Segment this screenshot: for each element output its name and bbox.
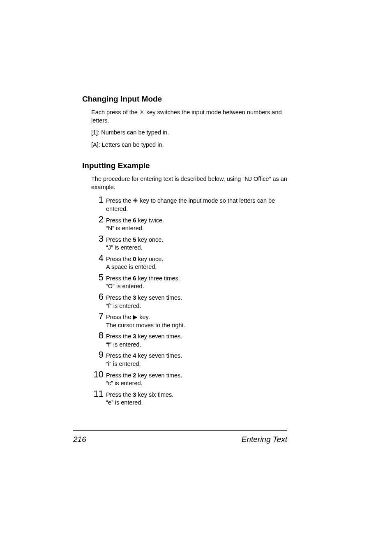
step-instruction: Press the 6 key twice. [106, 217, 164, 224]
step-instruction: Press the 2 key seven times. [106, 372, 182, 379]
step-instruction: Press the ▶ key. [106, 314, 150, 320]
step: 8Press the 3 key seven times.“f” is ente… [91, 331, 293, 349]
step-number: 1 [91, 195, 104, 204]
step-result: “e” is entered. [106, 399, 173, 407]
step-number: 6 [91, 292, 104, 301]
text-fragment: key seven times. [136, 372, 182, 379]
step-number: 9 [91, 350, 104, 359]
step-number: 5 [91, 273, 104, 282]
step: 5Press the 6 key three times.“O” is ente… [91, 273, 293, 291]
paragraph-mode-letters: [A]: Letters can be typed in. [91, 141, 293, 149]
step-result: The cursor moves to the right. [106, 321, 185, 330]
step-instruction: Press the 0 key once. [106, 256, 163, 262]
paragraph-example-intro: The procedure for entering text is descr… [91, 175, 293, 191]
step-number: 7 [91, 312, 104, 321]
text-fragment: key seven times. [136, 333, 182, 340]
text-fragment: key three times. [136, 275, 180, 282]
text-fragment: Press the [106, 294, 133, 301]
text-fragment: key seven times. [136, 294, 182, 301]
text-fragment: Press the [106, 197, 133, 204]
step-result: “O” is entered. [106, 282, 180, 291]
step-number: 4 [91, 254, 104, 263]
page: Changing Input Mode Each press of the ✳ … [0, 0, 392, 555]
text-fragment: key seven times. [136, 352, 182, 359]
text-fragment: Press the [106, 236, 133, 243]
text-fragment: key. [138, 314, 150, 320]
text-fragment: Press the [106, 391, 133, 398]
paragraph-input-mode-desc: Each press of the ✳ key switches the inp… [91, 109, 293, 125]
step-body: Press the 6 key twice.“N” is entered. [106, 215, 164, 233]
step-instruction: Press the 3 key seven times. [106, 294, 182, 301]
footer-divider [73, 430, 287, 431]
star-key-icon: ✳ [139, 109, 145, 116]
step-body: Press the 2 key seven times.“c” is enter… [106, 370, 182, 388]
step-number: 8 [91, 331, 104, 340]
step-number: 2 [91, 215, 104, 224]
step-number: 11 [91, 389, 104, 398]
step-body: Press the ✳ key to change the input mode… [106, 195, 287, 213]
step-body: Press the 3 key seven times.“f” is enter… [106, 331, 182, 349]
text-fragment: Press the [106, 256, 133, 262]
step: 6Press the 3 key seven times.“f” is ente… [91, 292, 293, 310]
step-body: Press the ▶ key.The cursor moves to the … [106, 312, 185, 329]
step: 4Press the 0 key once.A space is entered… [91, 254, 293, 271]
heading-inputting-example: Inputting Example [82, 161, 293, 170]
step-body: Press the 3 key six times.“e” is entered… [106, 389, 173, 407]
text-fragment: Each press of the [91, 109, 139, 116]
step-instruction: Press the 3 key seven times. [106, 333, 182, 340]
step-result: “N” is entered. [106, 224, 164, 233]
text-fragment: key six times. [136, 391, 173, 398]
step: 9Press the 4 key seven times.“i” is ente… [91, 350, 293, 368]
step-instruction: Press the 3 key six times. [106, 391, 173, 398]
step: 10Press the 2 key seven times.“c” is ent… [91, 370, 293, 388]
step-instruction: Press the ✳ key to change the input mode… [106, 197, 275, 212]
text-fragment: Press the [106, 372, 133, 379]
text-fragment: Press the [106, 217, 133, 224]
step-instruction: Press the 5 key once. [106, 236, 163, 243]
step-number: 10 [91, 370, 104, 379]
step-instruction: Press the 4 key seven times. [106, 352, 182, 359]
step-result: “c” is entered. [106, 379, 182, 388]
step-result: A space is entered. [106, 263, 163, 271]
heading-changing-input-mode: Changing Input Mode [82, 95, 293, 104]
step-body: Press the 5 key once.“J” is entered. [106, 234, 163, 252]
section-title: Entering Text [242, 435, 287, 444]
step-result: “f” is entered. [106, 302, 182, 310]
text-fragment: Press the [106, 333, 133, 340]
step-body: Press the 6 key three times.“O” is enter… [106, 273, 180, 291]
step-body: Press the 3 key seven times.“f” is enter… [106, 292, 182, 310]
step: 1Press the ✳ key to change the input mod… [91, 195, 293, 213]
text-fragment: Press the [106, 352, 133, 359]
step-instruction: Press the 6 key three times. [106, 275, 180, 282]
step-result: “i” is entered. [106, 360, 182, 368]
step-result: “f” is entered. [106, 341, 182, 349]
text-fragment: key once. [136, 256, 163, 262]
step-body: Press the 4 key seven times.“i” is enter… [106, 350, 182, 368]
step: 3Press the 5 key once.“J” is entered. [91, 234, 293, 252]
text-fragment: key twice. [136, 217, 164, 224]
text-fragment: key once. [136, 236, 163, 243]
step-number: 3 [91, 234, 104, 243]
star-key-icon: ✳ [133, 197, 138, 204]
page-number: 216 [73, 435, 86, 444]
step-result: “J” is entered. [106, 244, 163, 252]
text-fragment: Press the [106, 314, 133, 320]
step: 2Press the 6 key twice.“N” is entered. [91, 215, 293, 233]
right-arrow-icon: ▶ [133, 314, 138, 320]
paragraph-mode-numbers: [1]: Numbers can be typed in. [91, 129, 293, 137]
text-fragment: Press the [106, 275, 133, 282]
step: 7Press the ▶ key.The cursor moves to the… [91, 312, 293, 329]
page-footer: 216 Entering Text [73, 430, 287, 444]
steps-list: 1Press the ✳ key to change the input mod… [91, 195, 293, 407]
step: 11Press the 3 key six times.“e” is enter… [91, 389, 293, 407]
step-body: Press the 0 key once.A space is entered. [106, 254, 163, 271]
